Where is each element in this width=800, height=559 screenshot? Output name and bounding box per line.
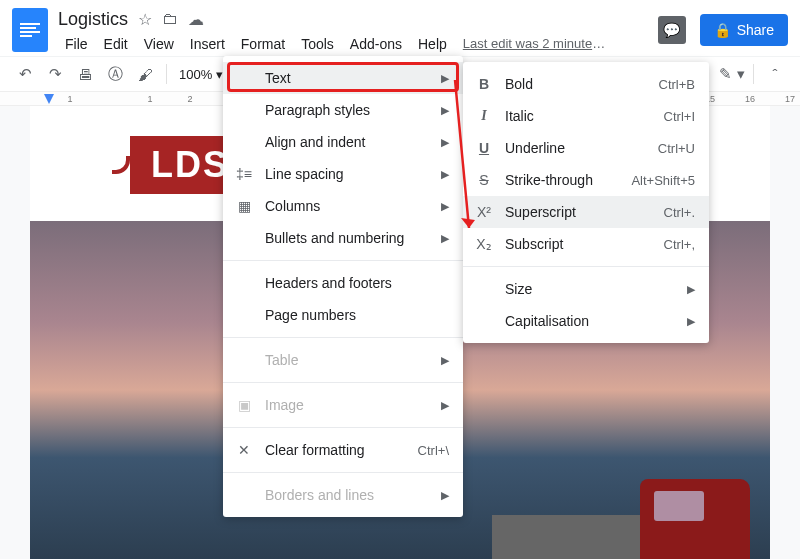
format-item-bullets-and-numbering[interactable]: Bullets and numbering▶ [223,222,463,254]
menu-shortcut: Ctrl+. [664,205,695,220]
format-item-line-spacing[interactable]: ‡≡Line spacing▶ [223,158,463,190]
menu-item-label: Text [265,70,431,86]
text-item-capitalisation[interactable]: Capitalisation▶ [463,305,709,337]
format-item-align-and-indent[interactable]: Align and indent▶ [223,126,463,158]
subscript-icon: X₂ [473,236,495,252]
menubar: File Edit View Insert Format Tools Add-o… [58,32,658,56]
format-item-text[interactable]: Text▶ [223,62,463,94]
submenu-arrow-icon: ▶ [441,104,449,117]
truck-graphic [490,469,750,559]
text-item-strike-through[interactable]: SStrike-throughAlt+Shift+5 [463,164,709,196]
menu-item-label: Strike-through [505,172,621,188]
lock-icon: 🔒 [714,22,731,38]
menu-item-label: Capitalisation [505,313,677,329]
menu-item-label: Headers and footers [265,275,449,291]
submenu-arrow-icon: ▶ [441,72,449,85]
ruler-tick: 2 [170,94,210,104]
submenu-arrow-icon: ▶ [687,315,695,328]
menu-file[interactable]: File [58,32,95,56]
editing-mode-button[interactable]: ✎ ▾ [719,61,745,87]
menu-item-label: Columns [265,198,431,214]
menu-item-label: Italic [505,108,654,124]
menu-separator [223,337,463,338]
text-item-underline[interactable]: UUnderlineCtrl+U [463,132,709,164]
menu-item-label: Align and indent [265,134,431,150]
menu-shortcut: Ctrl+I [664,109,695,124]
submenu-arrow-icon: ▶ [441,232,449,245]
menu-shortcut: Ctrl+\ [418,443,449,458]
format-item-headers-and-footers[interactable]: Headers and footers [223,267,463,299]
share-button[interactable]: 🔒 Share [700,14,788,46]
menu-format[interactable]: Format [234,32,292,56]
submenu-arrow-icon: ▶ [687,283,695,296]
format-item-page-numbers[interactable]: Page numbers [223,299,463,331]
menu-separator [223,260,463,261]
text-item-subscript[interactable]: X₂SubscriptCtrl+, [463,228,709,260]
move-icon[interactable]: 🗀 [162,10,178,28]
paint-format-button[interactable]: 🖌 [132,61,158,87]
title-area: Logistics ☆ 🗀 ☁ File Edit View Insert Fo… [58,8,658,56]
text-item-superscript[interactable]: X²SuperscriptCtrl+. [463,196,709,228]
menu-shortcut: Ctrl+B [659,77,695,92]
menu-separator [223,472,463,473]
submenu-arrow-icon: ▶ [441,489,449,502]
spellcheck-button[interactable]: Ⓐ [102,61,128,87]
submenu-arrow-icon: ▶ [441,399,449,412]
share-label: Share [737,22,774,38]
text-submenu: BBoldCtrl+BIItalicCtrl+IUUnderlineCtrl+U… [463,62,709,343]
document-title[interactable]: Logistics [58,9,128,30]
menu-view[interactable]: View [137,32,181,56]
docs-logo[interactable] [12,8,48,52]
toolbar-separator [166,64,167,84]
hide-menus-button[interactable]: ˆ [762,61,788,87]
menu-tools[interactable]: Tools [294,32,341,56]
menu-edit[interactable]: Edit [97,32,135,56]
format-item-image: ▣Image▶ [223,389,463,421]
ruler-tick: 1 [50,94,90,104]
print-button[interactable]: 🖶 [72,61,98,87]
menu-item-label: Clear formatting [265,442,408,458]
text-item-size[interactable]: Size▶ [463,273,709,305]
strike-through-icon: S [473,172,495,188]
menu-item-label: Bold [505,76,649,92]
menu-item-label: Bullets and numbering [265,230,431,246]
menu-help[interactable]: Help [411,32,454,56]
text-item-bold[interactable]: BBoldCtrl+B [463,68,709,100]
menu-shortcut: Alt+Shift+5 [631,173,695,188]
submenu-arrow-icon: ▶ [441,354,449,367]
format-item-borders-and-lines: Borders and lines▶ [223,479,463,511]
menu-insert[interactable]: Insert [183,32,232,56]
menu-separator [463,266,709,267]
cloud-status-icon[interactable]: ☁ [188,10,204,29]
zoom-select[interactable]: 100% ▾ [175,67,227,82]
star-icon[interactable]: ☆ [138,10,152,29]
app-header: Logistics ☆ 🗀 ☁ File Edit View Insert Fo… [0,0,800,56]
menu-item-label: Underline [505,140,648,156]
format-item-clear-formatting[interactable]: ✕Clear formattingCtrl+\ [223,434,463,466]
format-item-columns[interactable]: ▦Columns▶ [223,190,463,222]
italic-icon: I [473,108,495,124]
menu-item-label: Page numbers [265,307,449,323]
clear-formatting-icon: ✕ [233,442,255,458]
superscript-icon: X² [473,204,495,220]
format-dropdown: Text▶Paragraph styles▶Align and indent▶‡… [223,56,463,517]
menu-item-label: Superscript [505,204,654,220]
text-item-italic[interactable]: IItalicCtrl+I [463,100,709,132]
comments-icon[interactable]: 💬 [658,16,686,44]
ruler-tick: 17 [770,94,800,104]
image-icon: ▣ [233,397,255,413]
last-edit-link[interactable]: Last edit was 2 minutes … [456,32,616,56]
menu-item-label: Table [265,352,431,368]
columns-icon: ▦ [233,198,255,214]
menu-shortcut: Ctrl+, [664,237,695,252]
redo-button[interactable]: ↷ [42,61,68,87]
menu-addons[interactable]: Add-ons [343,32,409,56]
submenu-arrow-icon: ▶ [441,168,449,181]
undo-button[interactable]: ↶ [12,61,38,87]
line-spacing-icon: ‡≡ [233,166,255,182]
menu-item-label: Image [265,397,431,413]
format-item-table: Table▶ [223,344,463,376]
menu-item-label: Size [505,281,677,297]
format-item-paragraph-styles[interactable]: Paragraph styles▶ [223,94,463,126]
menu-shortcut: Ctrl+U [658,141,695,156]
